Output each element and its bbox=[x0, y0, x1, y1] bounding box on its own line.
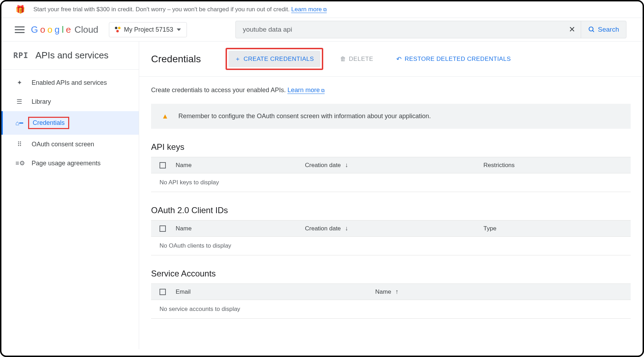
header-bar: Google Cloud My Project 57153 ✕ Search bbox=[1, 18, 643, 42]
col-name[interactable]: Name bbox=[176, 225, 295, 232]
search-box: ✕ Search bbox=[235, 21, 626, 38]
library-icon: ☰ bbox=[15, 98, 23, 106]
consent-icon: ⠿ bbox=[15, 140, 23, 148]
trial-text: Start your free trial with $300 in credi… bbox=[33, 6, 290, 13]
sidebar-item-credentials[interactable]: ⌂━ Credentials bbox=[1, 111, 139, 135]
menu-icon[interactable] bbox=[15, 25, 25, 34]
trial-learn-more-link[interactable]: Learn more bbox=[291, 6, 327, 13]
section-service-accounts: Service Accounts Email Name No service a… bbox=[151, 269, 631, 319]
sidebar-item-label: Credentials bbox=[28, 117, 69, 129]
col-creation-date[interactable]: Creation date bbox=[305, 225, 474, 232]
api-icon: RPI bbox=[13, 51, 28, 60]
sidebar-item-library[interactable]: ☰ Library bbox=[1, 92, 139, 111]
google-cloud-logo[interactable]: Google Cloud bbox=[31, 24, 98, 35]
table-header: Email Name bbox=[151, 283, 631, 300]
sidebar-item-enabled-apis[interactable]: ✦ Enabled APIs and services bbox=[1, 73, 139, 92]
sidebar-item-label: Enabled APIs and services bbox=[32, 79, 107, 87]
learn-more-link[interactable]: Learn more bbox=[287, 87, 325, 94]
col-restrictions[interactable]: Restrictions bbox=[483, 162, 622, 169]
page-title: Credentials bbox=[151, 53, 201, 65]
trial-banner: 🎁 Start your free trial with $300 in cre… bbox=[1, 1, 643, 18]
col-name[interactable]: Name bbox=[375, 288, 544, 295]
sidebar: RPI APIs and services ✦ Enabled APIs and… bbox=[1, 42, 139, 349]
clear-icon[interactable]: ✕ bbox=[563, 21, 581, 38]
undo-icon: ↶ bbox=[396, 55, 402, 63]
empty-message: No API keys to display bbox=[151, 173, 631, 192]
sidebar-title: RPI APIs and services bbox=[1, 42, 139, 70]
settings-icon: ≡⚙ bbox=[15, 159, 23, 167]
table-header: Name Creation date Type bbox=[151, 220, 631, 237]
svg-point-0 bbox=[589, 27, 593, 31]
project-name: My Project 57153 bbox=[124, 26, 173, 33]
checkbox[interactable] bbox=[160, 289, 166, 295]
restore-button[interactable]: ↶ RESTORE DELETED CREDENTIALS bbox=[390, 51, 517, 67]
section-title: API keys bbox=[151, 142, 631, 152]
section-title: Service Accounts bbox=[151, 269, 631, 279]
col-creation-date[interactable]: Creation date bbox=[305, 161, 474, 169]
col-type[interactable]: Type bbox=[483, 225, 622, 232]
empty-message: No OAuth clients to display bbox=[151, 237, 631, 255]
search-icon bbox=[588, 26, 595, 33]
sidebar-item-page-usage[interactable]: ≡⚙ Page usage agreements bbox=[1, 154, 139, 173]
delete-button[interactable]: 🗑 DELETE bbox=[334, 51, 380, 67]
create-credentials-button[interactable]: ＋ CREATE CREDENTIALS bbox=[228, 51, 320, 67]
gift-icon: 🎁 bbox=[15, 5, 25, 14]
search-button[interactable]: Search bbox=[581, 26, 626, 33]
toolbar: Credentials ＋ CREATE CREDENTIALS 🗑 DELET… bbox=[139, 42, 643, 77]
col-name[interactable]: Name bbox=[176, 162, 295, 169]
search-input[interactable] bbox=[236, 26, 563, 33]
table-header: Name Creation date Restrictions bbox=[151, 157, 631, 173]
project-picker[interactable]: My Project 57153 bbox=[109, 22, 187, 37]
sidebar-item-oauth-consent[interactable]: ⠿ OAuth consent screen bbox=[1, 135, 139, 154]
plus-icon: ＋ bbox=[235, 55, 241, 63]
chevron-down-icon bbox=[177, 28, 181, 31]
diamond-icon: ✦ bbox=[15, 79, 23, 87]
warning-icon: ▲ bbox=[162, 112, 169, 120]
empty-message: No service accounts to display bbox=[151, 300, 631, 319]
sidebar-item-label: Page usage agreements bbox=[32, 160, 100, 167]
sidebar-item-label: Library bbox=[32, 98, 51, 106]
section-title: OAuth 2.0 Client IDs bbox=[151, 205, 631, 215]
description: Create credentials to access your enable… bbox=[151, 87, 631, 94]
svg-line-1 bbox=[592, 31, 594, 32]
oauth-alert: ▲ Remember to configure the OAuth consen… bbox=[151, 104, 631, 129]
key-icon: ⌂━ bbox=[15, 119, 23, 127]
highlight-box: ＋ CREATE CREDENTIALS bbox=[226, 48, 323, 70]
sidebar-item-label: OAuth consent screen bbox=[32, 141, 94, 148]
section-api-keys: API keys Name Creation date Restrictions… bbox=[151, 142, 631, 192]
checkbox[interactable] bbox=[160, 225, 166, 232]
checkbox[interactable] bbox=[160, 162, 166, 168]
trash-icon: 🗑 bbox=[340, 56, 346, 63]
col-email[interactable]: Email bbox=[176, 288, 365, 295]
section-oauth-clients: OAuth 2.0 Client IDs Name Creation date … bbox=[151, 205, 631, 255]
main-content: Credentials ＋ CREATE CREDENTIALS 🗑 DELET… bbox=[139, 42, 643, 349]
